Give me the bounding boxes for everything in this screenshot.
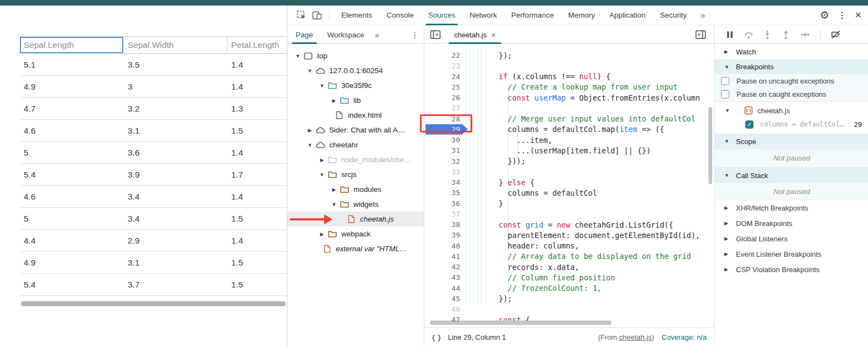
table-cell[interactable]: 3 xyxy=(124,76,227,97)
device-toolbar-icon[interactable] xyxy=(309,8,325,23)
table-cell[interactable]: 1.4 xyxy=(227,186,287,207)
gutter-line-number[interactable]: 22 xyxy=(424,51,460,59)
table-cell[interactable]: 5.1 xyxy=(20,54,124,75)
table-row[interactable]: 5.13.51.4 xyxy=(20,54,287,76)
tree-item-srcjs[interactable]: ▼srcjs xyxy=(287,167,424,182)
code-line[interactable]: 36} xyxy=(424,198,714,209)
code-line[interactable]: 25 // Create a lookup map from user inpu… xyxy=(424,82,714,92)
gutter-line-number[interactable]: 46 xyxy=(424,305,460,313)
tree-item-top[interactable]: ▼top xyxy=(287,48,424,63)
checkbox-unchecked-icon[interactable] xyxy=(721,77,729,85)
tree-item-cheetahr[interactable]: ▼cheetahr xyxy=(287,137,424,152)
close-devtools-icon[interactable]: × xyxy=(851,7,868,24)
pause-caught-row[interactable]: Pause on caught exceptions xyxy=(715,87,868,102)
table-cell[interactable]: 3.4 xyxy=(124,186,227,207)
gutter-line-number[interactable]: 34 xyxy=(424,178,460,186)
gutter-line-number[interactable]: 44 xyxy=(424,284,460,292)
code-line[interactable]: 39 parentElement: document.getElementByI… xyxy=(424,230,714,240)
table-row[interactable]: 4.93.11.5 xyxy=(20,252,287,274)
hide-navigator-icon[interactable] xyxy=(428,27,443,42)
section-global-listeners[interactable]: ▶Global Listeners xyxy=(715,231,868,246)
chevron-down-icon[interactable]: ▼ xyxy=(293,53,303,59)
table-cell[interactable]: 4.6 xyxy=(20,186,124,207)
gutter-line-number[interactable]: 33 xyxy=(424,168,460,176)
section-call-stack[interactable]: ▼ Call Stack xyxy=(715,168,868,183)
gutter-line-number[interactable]: 36 xyxy=(424,200,460,208)
tree-item-sider-chat-with-all-a[interactable]: ▶Sider: Chat with all A… xyxy=(287,123,424,137)
code-line[interactable]: 46 xyxy=(424,304,714,314)
gutter-line-number[interactable]: 37 xyxy=(424,210,460,218)
tab-performance[interactable]: Performance xyxy=(504,5,561,25)
file-tab-close-icon[interactable]: × xyxy=(491,30,496,40)
section-watch[interactable]: ▶ Watch xyxy=(715,44,868,59)
gutter-line-number[interactable]: 43 xyxy=(424,273,460,281)
editor-vertical-scrollbar[interactable] xyxy=(708,107,712,184)
table-row[interactable]: 4.42.91.4 xyxy=(20,230,287,252)
tab-security[interactable]: Security xyxy=(653,5,694,25)
tab-console[interactable]: Console xyxy=(379,5,421,25)
table-cell[interactable]: 1.4 xyxy=(227,54,287,75)
code-line[interactable]: 45}); xyxy=(424,294,714,304)
code-line[interactable]: 32 })); xyxy=(424,156,714,167)
more-tabs-icon[interactable]: » xyxy=(694,10,711,20)
pause-script-icon[interactable] xyxy=(722,27,738,42)
gutter-line-number[interactable]: 27 xyxy=(424,104,460,112)
hide-debugger-sidebar-icon[interactable] xyxy=(693,27,708,42)
code-line[interactable]: 22}); xyxy=(424,50,714,60)
table-cell[interactable]: 3.1 xyxy=(124,120,227,141)
table-row[interactable]: 53.61.4 xyxy=(20,142,287,164)
tab-sources[interactable]: Sources xyxy=(421,5,463,25)
pretty-print-icon[interactable]: { } xyxy=(432,333,441,341)
file-tab-cheetah-js[interactable]: cheetah.js × xyxy=(447,25,503,44)
iris-data-grid[interactable]: Sepal.LengthSepal.WidthPetal.Length 5.13… xyxy=(20,36,287,296)
step-out-icon[interactable] xyxy=(778,27,794,42)
inspect-element-icon[interactable] xyxy=(294,8,309,23)
code-line[interactable]: 44 // frozenColCount: 1, xyxy=(424,283,714,294)
table-cell[interactable]: 1.5 xyxy=(227,120,287,141)
code-line[interactable]: 40 header: columns, xyxy=(424,241,714,251)
tab-network[interactable]: Network xyxy=(462,5,504,25)
tree-item-index-html[interactable]: index.html xyxy=(287,108,424,123)
tree-item-lib[interactable]: ▶lib xyxy=(287,93,424,108)
chevron-right-icon[interactable]: ▶ xyxy=(329,98,339,103)
tree-item-webpack[interactable]: ▶webpack xyxy=(287,227,424,241)
code-line[interactable]: 27 xyxy=(424,103,714,113)
chevron-right-icon[interactable]: ▶ xyxy=(305,128,315,133)
gutter-line-number[interactable]: 40 xyxy=(424,242,460,250)
code-line[interactable]: 33 xyxy=(424,167,714,177)
table-cell[interactable]: 1.5 xyxy=(227,252,287,273)
chevron-down-icon[interactable]: ▼ xyxy=(329,202,339,207)
table-cell[interactable]: 3.9 xyxy=(124,164,227,185)
code-line[interactable]: 35 columns = defaultCol xyxy=(424,187,714,198)
table-cell[interactable]: 4.4 xyxy=(20,230,124,251)
gutter-line-number[interactable]: 39 xyxy=(424,231,460,239)
code-line[interactable]: 31 ...(userMap[item.field] || {}) xyxy=(424,145,714,156)
grid-horizontal-scrollbar[interactable] xyxy=(21,301,286,306)
breakpoint-entry[interactable]: ✓ columns = defaultCol… 29 xyxy=(715,117,868,131)
gutter-line-number[interactable]: 30 xyxy=(424,136,460,144)
table-cell[interactable]: 5 xyxy=(20,142,124,163)
customize-menu-icon[interactable]: ⋮ xyxy=(833,7,851,24)
table-cell[interactable]: 1.3 xyxy=(227,98,287,119)
section-scope[interactable]: ▼ Scope xyxy=(715,134,868,149)
nav-tab-page[interactable]: Page xyxy=(288,25,320,44)
gutter-line-number[interactable]: 24 xyxy=(424,73,460,81)
navigator-menu-icon[interactable]: ⋮ xyxy=(411,31,418,39)
settings-gear-icon[interactable]: ⚙ xyxy=(816,7,833,24)
code-line[interactable]: 41 // Array data to be displayed on the … xyxy=(424,251,714,262)
tree-item-external-var-html[interactable]: external var "HTML… xyxy=(287,241,424,256)
column-header-petal-length[interactable]: Petal.Length xyxy=(227,37,287,54)
deactivate-breakpoints-icon[interactable] xyxy=(828,27,844,42)
code-line[interactable]: 26 const userMap = Object.fromEntries(x.… xyxy=(424,92,714,103)
table-cell[interactable]: 5.4 xyxy=(20,274,124,295)
code-line[interactable]: 37 xyxy=(424,209,714,219)
code-line[interactable]: 24if (x.columns !== null) { xyxy=(424,71,714,82)
chevron-right-icon[interactable]: ▶ xyxy=(317,157,327,163)
checkbox-unchecked-icon[interactable] xyxy=(721,90,729,98)
table-cell[interactable]: 3.1 xyxy=(124,252,227,273)
table-cell[interactable]: 1.7 xyxy=(227,164,287,185)
table-cell[interactable]: 3.7 xyxy=(124,274,227,295)
table-cell[interactable]: 1.4 xyxy=(227,142,287,163)
tree-item-node-modules-che[interactable]: ▶node_modules/che… xyxy=(287,152,424,167)
table-cell[interactable]: 3.4 xyxy=(124,208,227,229)
